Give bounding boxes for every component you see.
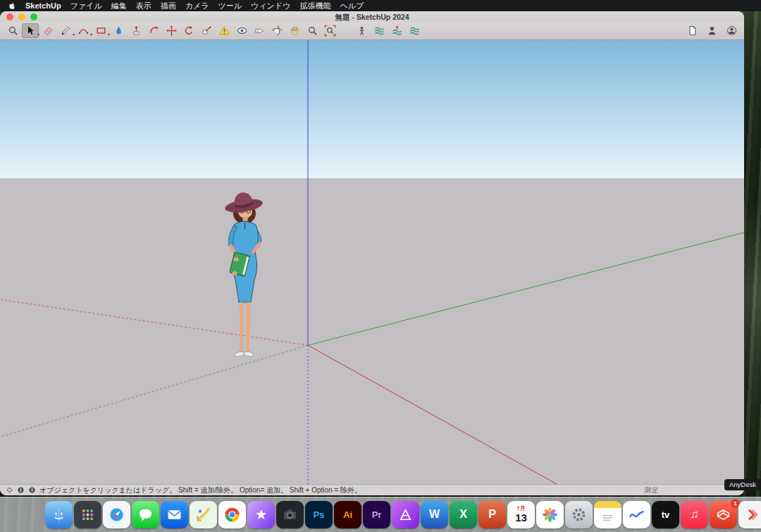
dock: ★ Ps Ai — [0, 497, 761, 532]
dock-mail[interactable] — [161, 501, 188, 528]
sky — [0, 40, 744, 178]
dock-photoshop[interactable]: Ps — [305, 501, 333, 528]
push-pull-tool[interactable] — [128, 23, 144, 38]
dock-powerpoint[interactable]: P — [478, 501, 506, 528]
scale-tool[interactable] — [198, 23, 215, 38]
menu-edit[interactable]: 編集 — [111, 1, 127, 11]
dock-calendar[interactable]: 7月 13 — [507, 501, 535, 528]
sketchup-window: 無題 - SketchUp 2024 — [0, 11, 744, 495]
dock-freeform[interactable] — [623, 501, 650, 528]
dock-safari[interactable] — [103, 501, 130, 528]
toolbar-tools — [4, 23, 423, 38]
dock-imovie[interactable]: ★ — [247, 501, 275, 528]
dock-music[interactable]: ♫ — [681, 501, 708, 528]
rotate-tool[interactable] — [180, 23, 197, 38]
arc-tool[interactable] — [75, 23, 92, 38]
dock-notes[interactable] — [594, 501, 621, 528]
dock-photos[interactable] — [536, 501, 564, 528]
dock-sketchup[interactable]: 1 — [710, 501, 737, 528]
orbit-tool[interactable] — [268, 23, 285, 38]
dock-affinity[interactable] — [392, 501, 419, 528]
dock-appletv[interactable]: tv — [652, 501, 679, 528]
warning-indicator[interactable] — [216, 23, 233, 38]
scale-figure-icon[interactable] — [703, 23, 720, 38]
viewport[interactable] — [0, 40, 744, 484]
line-tool[interactable] — [57, 23, 74, 38]
menu-draw[interactable]: 描画 — [161, 1, 176, 11]
menu-file[interactable]: ファイル — [70, 1, 102, 11]
account-icon[interactable] — [723, 23, 740, 38]
dock-settings[interactable] — [565, 501, 593, 528]
search-tool[interactable] — [4, 23, 21, 38]
offset-tool[interactable] — [145, 23, 162, 38]
pan-tool[interactable] — [286, 23, 303, 38]
sandbox-tool-1[interactable] — [371, 23, 388, 38]
statusbar: オブジェクトをクリックまたはドラッグ。 Shift = 追加/除外。 Optio… — [0, 484, 744, 495]
dock-word[interactable]: W — [421, 501, 448, 528]
menu-view[interactable]: 表示 — [136, 1, 151, 11]
dock-launchpad[interactable] — [74, 501, 101, 528]
dock-messages[interactable] — [132, 501, 159, 528]
dock-illustrator[interactable]: Ai — [334, 501, 361, 528]
sandbox-tool-2[interactable] — [388, 23, 405, 38]
status-hint: オブジェクトをクリックまたはドラッグ。 Shift = 追加/除外。 Optio… — [39, 485, 361, 495]
measurement-label: 測定 — [644, 485, 658, 495]
menubar-items: SketchUpファイル編集表示描画カメラツールウィンドウ拡張機能ヘルプ — [25, 1, 364, 11]
titlebar[interactable]: 無題 - SketchUp 2024 — [0, 11, 744, 22]
ground — [0, 178, 744, 484]
label-tool[interactable] — [251, 23, 268, 38]
move-tool[interactable] — [163, 23, 180, 38]
zoom-tool[interactable] — [304, 23, 321, 38]
sandbox-tool-3[interactable] — [406, 23, 423, 38]
menu-window[interactable]: ウィンドウ — [251, 1, 290, 11]
dock-maps[interactable] — [190, 501, 217, 528]
paint-bucket-tool[interactable] — [110, 23, 127, 38]
dock-premiere[interactable]: Pr — [363, 501, 390, 528]
menu-sketchup[interactable]: SketchUp — [25, 1, 61, 10]
position-camera-tool[interactable] — [353, 23, 370, 38]
menu-help[interactable]: ヘルプ — [340, 1, 364, 11]
dock-finder[interactable] — [45, 501, 73, 528]
apple-menu-icon[interactable] — [8, 1, 16, 10]
zoom-extents-tool[interactable] — [321, 23, 338, 38]
look-around-tool[interactable] — [233, 23, 250, 38]
toolbar — [0, 22, 744, 40]
document-icon[interactable] — [683, 23, 700, 38]
geolocation-icon[interactable] — [6, 486, 13, 494]
instructor-info-icon[interactable] — [28, 486, 36, 494]
menubar: SketchUpファイル編集表示描画カメラツールウィンドウ拡張機能ヘルプ — [0, 0, 761, 11]
dock-anydesk[interactable] — [738, 501, 761, 528]
dock-camera-app[interactable] — [276, 501, 304, 528]
help-info-icon[interactable] — [17, 486, 25, 494]
anydesk-label[interactable]: AnyDesk — [724, 479, 761, 490]
menu-extensions[interactable]: 拡張機能 — [299, 1, 330, 11]
window-title: 無題 - SketchUp 2024 — [0, 11, 744, 23]
rectangle-tool[interactable] — [92, 23, 109, 38]
eraser-tool[interactable] — [39, 23, 56, 38]
dock-excel[interactable]: X — [450, 501, 477, 528]
toolbar-right-icons — [683, 23, 740, 38]
screen: SketchUpファイル編集表示描画カメラツールウィンドウ拡張機能ヘルプ 無題 … — [0, 0, 761, 532]
select-tool[interactable] — [22, 23, 39, 38]
dock-chrome[interactable] — [218, 501, 246, 528]
menu-camera[interactable]: カメラ — [185, 1, 209, 11]
menu-tools[interactable]: ツール — [218, 1, 242, 11]
